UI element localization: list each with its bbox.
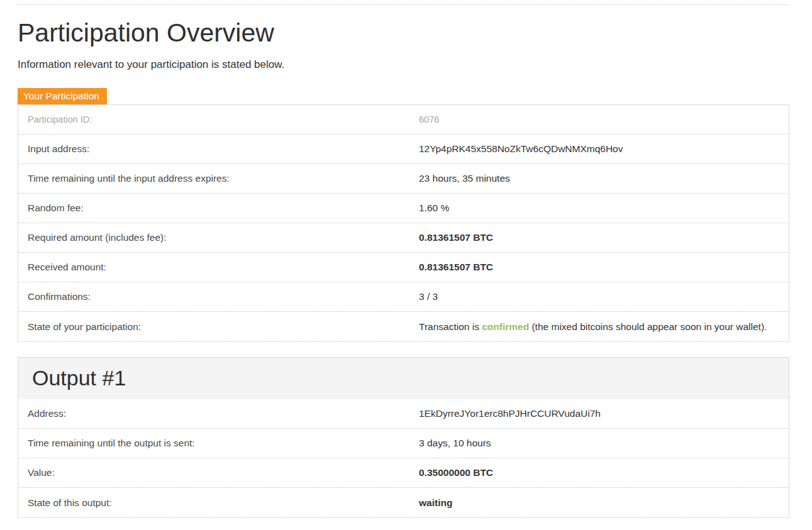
participation-row-value: 6076 [413, 111, 789, 128]
output-row: Value:0.35000000 BTC [18, 458, 789, 488]
participation-row-value: 3 / 3 [413, 287, 789, 306]
participation-row-label: Received amount: [18, 258, 413, 277]
participation-row-label: Random fee: [18, 199, 413, 218]
participation-row-value: 0.81361507 BTC [413, 258, 789, 277]
participation-row: Required amount (includes fee):0.8136150… [18, 223, 789, 253]
page: Participation Overview Information relev… [0, 0, 812, 530]
participation-row: Participation ID:6076 [18, 105, 789, 135]
output-table: Address:1EkDyrreJYor1erc8hPJHrCCURVudaUi… [18, 399, 789, 517]
participation-row: Random fee:1.60 % [18, 194, 789, 223]
participation-row-label: Required amount (includes fee): [18, 228, 413, 247]
participation-row-label: Time remaining until the input address e… [18, 169, 413, 188]
output-row-label: Time remaining until the output is sent: [18, 434, 413, 453]
page-subtitle: Information relevant to your participati… [18, 57, 789, 72]
participation-row-label: Participation ID: [18, 111, 413, 128]
page-title: Participation Overview [18, 16, 789, 50]
participation-row: Received amount:0.81361507 BTC [18, 253, 789, 282]
participation-row: Time remaining until the input address e… [18, 164, 789, 194]
participation-row-value: 0.81361507 BTC [413, 228, 789, 247]
output-row: Address:1EkDyrreJYor1erc8hPJHrCCURVudaUi… [18, 399, 789, 429]
participation-row-value: 12Yp4pRK45x558NoZkTw6cQDwNMXmq6Hov [413, 140, 789, 158]
top-divider [18, 0, 789, 5]
your-participation-badge: Your Participation [18, 88, 107, 104]
output-row: Time remaining until the output is sent:… [18, 429, 789, 458]
output-row-label: Value: [18, 463, 413, 482]
state-text-prefix: Transaction is [419, 321, 482, 332]
participation-row: Confirmations:3 / 3 [18, 282, 789, 312]
participation-row-value: 23 hours, 35 minutes [413, 169, 789, 188]
output-title: Output #1 [18, 358, 789, 399]
confirmed-status-badge: confirmed [482, 321, 529, 332]
output-panel: Output #1 Address:1EkDyrreJYor1erc8hPJHr… [18, 357, 789, 518]
participation-row-value: 1.60 % [413, 199, 789, 218]
waiting-status-badge: waiting [413, 494, 789, 512]
participation-table: Participation ID:6076Input address:12Yp4… [18, 104, 789, 342]
output-row: State of this output:waiting [18, 488, 789, 517]
output-row-value: 3 days, 10 hours [413, 434, 789, 453]
participation-row: State of your participation:Transaction … [18, 312, 789, 341]
state-text-suffix: (the mixed bitcoins should appear soon i… [529, 321, 767, 332]
participation-row-label: State of your participation: [18, 317, 413, 336]
output-row-label: Address: [18, 404, 413, 423]
participation-row-label: Input address: [18, 140, 413, 158]
participation-row-label: Confirmations: [18, 287, 413, 306]
output-row-value: 0.35000000 BTC [413, 463, 789, 482]
output-row-label: State of this output: [18, 494, 413, 512]
participation-row: Input address:12Yp4pRK45x558NoZkTw6cQDwN… [18, 135, 789, 164]
participation-row-value: Transaction is confirmed (the mixed bitc… [413, 317, 789, 336]
content-area: Participation Overview Information relev… [18, 0, 789, 518]
output-row-value: 1EkDyrreJYor1erc8hPJHrCCURVudaUi7h [413, 404, 789, 423]
